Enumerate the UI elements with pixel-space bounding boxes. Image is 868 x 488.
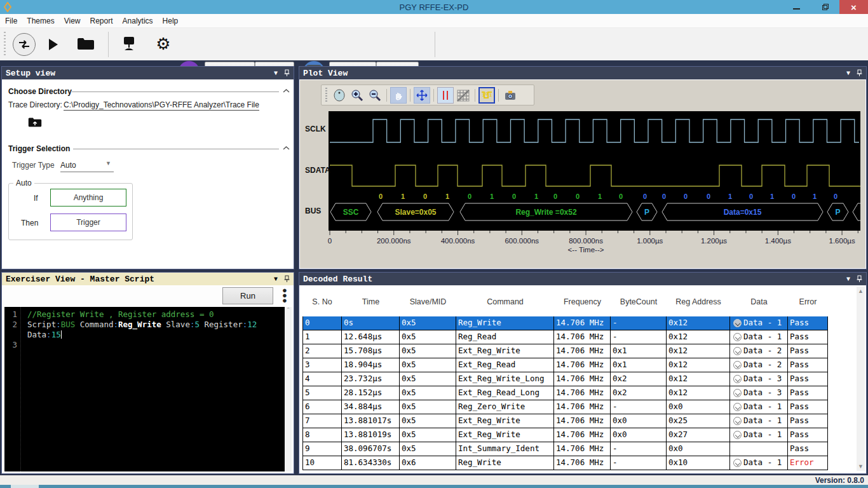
plot-view-title: Plot View: [303, 69, 348, 78]
table-row[interactable]: 423.732µs0x5Ext_Reg_Write_Long14.706 MHz…: [302, 372, 828, 386]
cell-error: Pass: [788, 414, 828, 428]
run-acquisition-button[interactable]: [46, 36, 61, 53]
grid-toggle-icon[interactable]: [455, 87, 471, 104]
open-folder-button[interactable]: [76, 36, 95, 51]
fit-screen-icon[interactable]: [414, 87, 430, 104]
expand-data-icon[interactable]: [733, 431, 742, 439]
column-header[interactable]: Command: [456, 297, 554, 306]
column-header[interactable]: Slave/MID: [400, 297, 456, 306]
mouse-pointer-icon[interactable]: [331, 87, 348, 104]
run-script-button[interactable]: Run: [222, 287, 273, 304]
expand-data-icon[interactable]: [733, 319, 742, 327]
minimize-button[interactable]: [782, 0, 811, 14]
bus-bit-value: 0: [792, 193, 796, 200]
cell-data[interactable]: Data - 3: [730, 372, 788, 386]
close-button[interactable]: ×: [839, 0, 868, 14]
editor-scrollbar[interactable]: ⌃: [285, 307, 292, 471]
column-header[interactable]: Data: [730, 297, 788, 306]
table-row[interactable]: 813.881019s0x5Ext_Reg_Write14.706 MHz0x0…: [302, 428, 828, 442]
snapshot-icon[interactable]: [502, 87, 519, 104]
pin-icon[interactable]: [857, 275, 862, 283]
pin-icon[interactable]: [284, 69, 290, 77]
table-row[interactable]: 1081.634330s0x6Reg_Write14.706 MHz-0x10D…: [302, 456, 828, 470]
expand-data-icon[interactable]: [733, 403, 742, 411]
table-row[interactable]: 215.708µs0x5Ext_Reg_Write14.706 MHz0x10x…: [302, 344, 828, 358]
remote-display-button[interactable]: [121, 35, 137, 53]
cell-data[interactable]: Data - 1: [730, 428, 788, 442]
expand-data-icon[interactable]: [733, 347, 742, 355]
trace-directory-value[interactable]: C:\Prodigy_Technovations\PGY-RFFE Analyz…: [64, 100, 259, 111]
code-token: 12: [247, 320, 257, 329]
table-row[interactable]: 713.881017s0x5Ext_Reg_Write14.706 MHz0x0…: [302, 414, 828, 428]
cell-bytecount: 0x0: [611, 414, 667, 428]
menu-file[interactable]: File: [5, 17, 17, 25]
table-row[interactable]: 528.152µs0x5Ext_Reg_Read_Long14.706 MHz0…: [302, 386, 828, 400]
cell-data[interactable]: Data - 1: [730, 400, 788, 414]
folder-icon: [77, 37, 95, 51]
collapse-chevron-icon[interactable]: [283, 88, 290, 93]
then-action-button[interactable]: Trigger: [50, 214, 126, 231]
cursors-icon[interactable]: [437, 87, 454, 104]
expand-data-icon[interactable]: [733, 375, 742, 383]
settings-button[interactable]: ⚙: [154, 34, 172, 53]
cell-data[interactable]: Data - 2: [730, 344, 788, 358]
column-header[interactable]: Reg Address: [667, 297, 730, 306]
scroll-down-icon[interactable]: ▼: [857, 463, 865, 470]
digital-view-icon[interactable]: 101: [478, 87, 495, 104]
more-options-icon[interactable]: ●●●: [280, 288, 290, 304]
expand-data-icon[interactable]: [733, 361, 742, 369]
table-row[interactable]: 634.884µs0x5Reg_Zero_Write14.706 MHz-0x0…: [302, 400, 828, 414]
zoom-in-icon[interactable]: [349, 87, 365, 104]
cell-data[interactable]: Data - 2: [730, 358, 788, 372]
choose-directory-header: Choose Directory: [8, 87, 72, 96]
script-editor[interactable]: 1//Register Write , Register address = 0…: [4, 307, 285, 471]
plot-toolbar-gripper[interactable]: [325, 88, 327, 103]
table-row[interactable]: 112.648µs0x5Reg_Read14.706 MHz-0x12Data …: [302, 330, 828, 344]
panel-menu-icon[interactable]: ▼: [274, 276, 278, 283]
dropdown-caret-icon[interactable]: ▼: [105, 160, 111, 166]
table-row[interactable]: 938.096707s0x5Int_Summary_Ident14.706 MH…: [302, 442, 828, 456]
pin-icon[interactable]: [284, 275, 290, 283]
cell-data[interactable]: Data - 1: [730, 456, 788, 470]
cell-data[interactable]: Data - 1: [730, 316, 788, 330]
menu-themes[interactable]: Themes: [27, 17, 54, 25]
cell-data[interactable]: Data - 3: [730, 386, 788, 400]
collapse-chevron-icon-2[interactable]: [283, 146, 290, 151]
main-toolbar: ⚙ UI Master Slave >_ Master Slave: [0, 28, 868, 60]
menu-view[interactable]: View: [64, 17, 81, 25]
panel-menu-icon[interactable]: ▼: [274, 70, 278, 77]
browse-folder-button[interactable]: [27, 115, 43, 129]
column-header[interactable]: S. No: [302, 297, 342, 306]
expand-data-icon[interactable]: [733, 389, 742, 397]
restore-button[interactable]: [811, 0, 839, 14]
if-condition-button[interactable]: Anything: [50, 189, 126, 207]
connect-device-button[interactable]: [13, 33, 36, 56]
pan-hand-icon[interactable]: [390, 87, 407, 104]
menu-report[interactable]: Report: [90, 17, 113, 25]
cell-data[interactable]: Data - 1: [730, 414, 788, 428]
toolbar-gripper[interactable]: [4, 32, 6, 57]
cell-data[interactable]: [730, 442, 788, 456]
code-token: 5: [194, 320, 200, 329]
expand-data-icon[interactable]: [733, 417, 742, 425]
table-row[interactable]: 318.904µs0x5Ext_Reg_Read14.706 MHz0x10x1…: [302, 358, 828, 372]
trigger-type-select[interactable]: Auto: [60, 161, 76, 170]
cell-data[interactable]: Data - 1: [730, 330, 788, 344]
waveform-plot[interactable]: 0101010100100000101010SSCSlave=0x05Reg_W…: [300, 108, 867, 267]
table-row[interactable]: 00s0x5Reg_Write14.706 MHz-0x12Data - 1Pa…: [302, 316, 828, 330]
pin-icon[interactable]: [857, 69, 862, 77]
expand-data-icon[interactable]: [733, 459, 742, 467]
table-scrollbar[interactable]: ▲ ▼: [857, 287, 865, 471]
menu-help[interactable]: Help: [163, 17, 179, 25]
column-header[interactable]: ByteCount: [611, 297, 667, 306]
panel-menu-icon[interactable]: ▼: [846, 70, 850, 77]
zoom-out-icon[interactable]: [367, 87, 383, 104]
expand-data-icon[interactable]: [733, 333, 742, 341]
column-header[interactable]: Error: [788, 297, 828, 306]
code-token: Command: [75, 320, 113, 329]
scroll-up-icon[interactable]: ▲: [857, 288, 865, 294]
column-header[interactable]: Frequency: [554, 297, 611, 306]
panel-menu-icon[interactable]: ▼: [846, 276, 850, 283]
column-header[interactable]: Time: [342, 297, 400, 306]
menu-analytics[interactable]: Analytics: [123, 17, 153, 25]
